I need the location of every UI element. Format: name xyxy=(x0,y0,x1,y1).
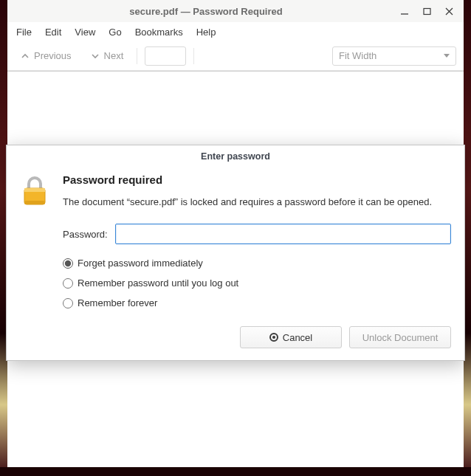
toolbar: Previous Next Fit Width xyxy=(7,41,464,71)
zoom-select-label: Fit Width xyxy=(339,50,377,61)
next-label: Next xyxy=(104,50,124,61)
svg-rect-6 xyxy=(24,201,45,204)
minimize-button[interactable] xyxy=(399,5,410,17)
chevron-up-icon xyxy=(21,52,30,61)
dropdown-icon xyxy=(444,54,450,58)
dialog-heading: Password required xyxy=(63,173,451,186)
radio-remember-forever[interactable] xyxy=(63,298,73,308)
unlock-label: Unlock Document xyxy=(362,332,439,343)
menu-help[interactable]: Help xyxy=(196,27,216,38)
titlebar: secure.pdf — Password Required xyxy=(7,0,464,22)
password-dialog: Enter password Password required The doc… xyxy=(6,145,465,361)
password-input[interactable] xyxy=(115,224,451,244)
toolbar-separator xyxy=(137,48,137,64)
previous-label: Previous xyxy=(34,50,72,61)
next-button[interactable]: Next xyxy=(85,47,130,64)
maximize-button[interactable] xyxy=(421,5,433,17)
menu-edit[interactable]: Edit xyxy=(45,27,61,38)
menubar: File Edit View Go Bookmarks Help xyxy=(7,22,464,41)
menu-view[interactable]: View xyxy=(75,27,95,38)
toolbar-separator xyxy=(193,48,194,64)
cancel-icon xyxy=(269,333,278,342)
close-button[interactable] xyxy=(443,5,455,17)
radio-until-logout-label: Remember password until you log out xyxy=(78,277,238,289)
zoom-select[interactable]: Fit Width xyxy=(332,46,456,66)
window-title: secure.pdf — Password Required xyxy=(13,6,399,17)
dialog-message: The document “secure.pdf” is locked and … xyxy=(63,196,451,207)
page-number-input[interactable] xyxy=(145,46,186,66)
menu-bookmarks[interactable]: Bookmarks xyxy=(135,27,183,38)
cancel-button[interactable]: Cancel xyxy=(240,326,342,348)
cancel-label: Cancel xyxy=(283,332,312,343)
chevron-down-icon xyxy=(91,52,100,61)
svg-rect-1 xyxy=(424,8,430,14)
radio-forever-label: Remember forever xyxy=(78,297,157,308)
lock-icon xyxy=(20,173,51,317)
menu-go[interactable]: Go xyxy=(109,27,121,38)
radio-remember-until-logout[interactable] xyxy=(63,278,73,289)
previous-button[interactable]: Previous xyxy=(15,47,78,64)
dialog-title: Enter password xyxy=(7,145,464,166)
unlock-document-button[interactable]: Unlock Document xyxy=(349,326,451,348)
svg-rect-5 xyxy=(24,188,45,192)
radio-forget-immediately[interactable] xyxy=(63,258,73,269)
menu-file[interactable]: File xyxy=(16,27,32,38)
radio-forget-label: Forget password immediately xyxy=(78,258,203,269)
password-label: Password: xyxy=(63,229,108,240)
